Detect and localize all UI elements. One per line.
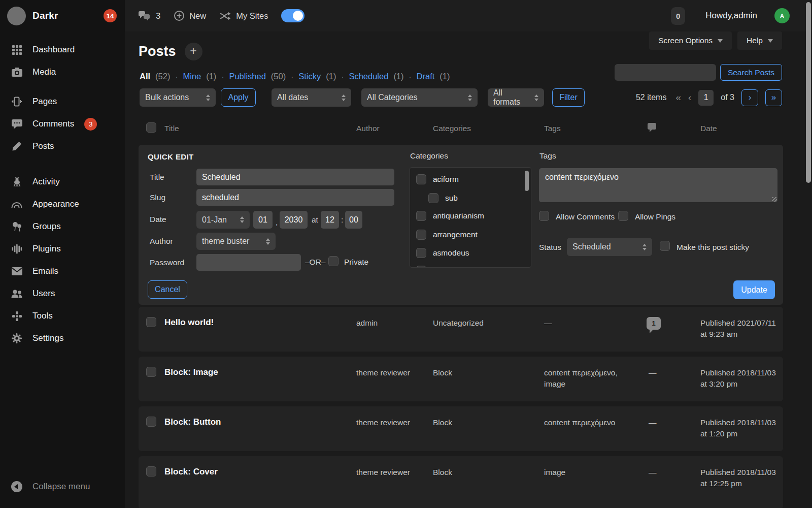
sidebar-item-users[interactable]: Users bbox=[0, 282, 125, 305]
category-item[interactable]: aciform bbox=[416, 174, 459, 184]
row-checkbox[interactable] bbox=[146, 317, 156, 327]
sticky-checkbox[interactable] bbox=[660, 241, 670, 251]
page-scrollbar-thumb[interactable] bbox=[806, 2, 811, 183]
post-author[interactable]: theme reviewer bbox=[356, 467, 410, 478]
sidebar-item-dashboard[interactable]: Dashboard bbox=[0, 39, 125, 61]
filter-link-mine[interactable]: Mine bbox=[183, 72, 201, 81]
user-avatar[interactable]: A bbox=[774, 8, 790, 23]
bulk-actions-select[interactable]: Bulk actions bbox=[140, 88, 216, 107]
title-field[interactable] bbox=[196, 169, 394, 185]
month-select[interactable]: 01-Jan bbox=[196, 211, 250, 229]
row-checkbox[interactable] bbox=[146, 466, 156, 477]
category-checkbox[interactable] bbox=[416, 211, 426, 221]
allow-comments-checkbox[interactable] bbox=[539, 211, 549, 221]
howdy-greeting[interactable]: Howdy,admin bbox=[705, 11, 757, 21]
allow-pings-checkbox[interactable] bbox=[618, 211, 628, 221]
all-formats-select[interactable]: All formats bbox=[488, 88, 544, 107]
filter-button[interactable]: Filter bbox=[552, 88, 585, 107]
author-select[interactable]: theme buster bbox=[196, 233, 276, 250]
sidebar-item-groups[interactable]: Groups bbox=[0, 215, 125, 238]
category-item-partial[interactable] bbox=[416, 266, 426, 268]
search-posts-button[interactable]: Search Posts bbox=[720, 64, 782, 81]
first-page-button[interactable]: « bbox=[675, 92, 681, 103]
category-checkbox[interactable] bbox=[416, 174, 426, 184]
cancel-button[interactable]: Cancel bbox=[148, 280, 187, 299]
post-title-link[interactable]: Block: Cover bbox=[164, 466, 218, 479]
prev-page-button[interactable]: ‹ bbox=[688, 92, 691, 103]
post-title-link[interactable]: Hello world! bbox=[164, 316, 214, 329]
sidebar-item-settings[interactable]: Settings bbox=[0, 327, 125, 350]
post-author[interactable]: admin bbox=[356, 318, 378, 329]
sidebar-item-tools[interactable]: Tools bbox=[0, 305, 125, 327]
category-checkbox[interactable] bbox=[416, 230, 426, 240]
post-categories[interactable]: Block bbox=[433, 367, 452, 378]
collapse-menu-button[interactable]: Collapse menu bbox=[0, 475, 125, 498]
post-tags[interactable]: content περιεχόμενο bbox=[544, 417, 640, 428]
select-all-checkbox[interactable] bbox=[146, 122, 156, 133]
private-checkbox[interactable] bbox=[328, 256, 339, 266]
filter-link-scheduled[interactable]: Scheduled bbox=[349, 72, 388, 81]
listbox-scrollbar-thumb[interactable] bbox=[525, 171, 529, 191]
year-field[interactable] bbox=[280, 211, 308, 229]
sidebar-item-appearance[interactable]: Appearance bbox=[0, 193, 125, 215]
category-item-child[interactable]: sub bbox=[428, 193, 458, 203]
all-categories-select[interactable]: All Categories bbox=[361, 88, 478, 107]
day-field[interactable] bbox=[253, 211, 273, 229]
filter-link-draft[interactable]: Draft bbox=[417, 72, 435, 81]
sidebar-item-plugins[interactable]: Plugins bbox=[0, 238, 125, 260]
filter-link-sticky[interactable]: Sticky bbox=[298, 72, 321, 81]
column-header-title[interactable]: Title bbox=[164, 124, 179, 133]
filter-link-all[interactable]: All bbox=[140, 72, 150, 81]
apply-button[interactable]: Apply bbox=[221, 88, 256, 107]
sidebar-item-emails[interactable]: Emails bbox=[0, 260, 125, 282]
tags-textarea[interactable]: content περιεχόμενο bbox=[539, 168, 777, 202]
topbar-comments-item[interactable]: 3 bbox=[138, 11, 160, 21]
categories-listbox[interactable]: aciform sub antiquarianism arrangement a… bbox=[410, 167, 531, 268]
add-new-post-button[interactable]: + bbox=[185, 43, 202, 60]
status-select[interactable]: Scheduled bbox=[567, 238, 652, 256]
post-author[interactable]: theme reviewer bbox=[356, 367, 410, 378]
category-checkbox[interactable] bbox=[416, 266, 426, 268]
sidebar-item-comments[interactable]: Comments 3 bbox=[0, 113, 125, 135]
post-tags[interactable]: image bbox=[544, 467, 640, 478]
post-title-link[interactable]: Block: Image bbox=[164, 366, 218, 379]
post-categories[interactable]: Block bbox=[433, 417, 452, 428]
sidebar-item-posts[interactable]: Posts bbox=[0, 135, 125, 157]
post-tags[interactable]: content περιεχόμενο, image bbox=[544, 367, 640, 390]
sidebar-item-pages[interactable]: Pages bbox=[0, 90, 125, 113]
minute-field[interactable] bbox=[345, 211, 362, 229]
all-dates-select[interactable]: All dates bbox=[272, 88, 351, 107]
sidebar-item-activity[interactable]: Activity bbox=[0, 171, 125, 193]
post-author[interactable]: theme reviewer bbox=[356, 417, 410, 428]
category-item[interactable]: asmodeus bbox=[416, 248, 469, 258]
last-page-button[interactable]: » bbox=[765, 89, 782, 106]
row-checkbox[interactable] bbox=[146, 417, 156, 427]
screen-options-button[interactable]: Screen Options bbox=[649, 31, 732, 50]
post-categories[interactable]: Uncategorized bbox=[433, 318, 484, 329]
category-checkbox[interactable] bbox=[428, 193, 438, 203]
category-item[interactable]: antiquarianism bbox=[416, 211, 484, 221]
theme-toggle[interactable] bbox=[281, 9, 304, 22]
category-checkbox[interactable] bbox=[416, 248, 426, 258]
notifications-badge[interactable]: 0 bbox=[671, 7, 685, 25]
post-title-link[interactable]: Block: Button bbox=[164, 416, 221, 429]
search-input[interactable] bbox=[615, 64, 716, 81]
next-page-button[interactable]: › bbox=[741, 89, 758, 106]
category-item[interactable]: arrangement bbox=[416, 230, 478, 240]
slug-field[interactable] bbox=[196, 189, 394, 206]
row-checkbox[interactable] bbox=[146, 367, 156, 377]
comments-column-icon[interactable] bbox=[648, 123, 656, 130]
filter-link-published[interactable]: Published bbox=[229, 72, 265, 81]
column-header-date[interactable]: Date bbox=[700, 124, 717, 133]
update-button[interactable]: Update bbox=[733, 280, 775, 299]
hour-field[interactable] bbox=[321, 211, 339, 229]
topbar-brand-area[interactable]: Darkr 14 bbox=[0, 0, 125, 31]
current-page-input[interactable]: 1 bbox=[698, 90, 714, 106]
textarea-resize-handle[interactable] bbox=[772, 197, 777, 202]
my-sites-button[interactable]: My Sites bbox=[219, 11, 268, 21]
help-button[interactable]: Help bbox=[737, 31, 782, 50]
new-button[interactable]: New bbox=[174, 10, 206, 21]
post-categories[interactable]: Block bbox=[433, 467, 452, 478]
comment-count-badge[interactable]: 1 bbox=[647, 317, 661, 330]
password-field[interactable] bbox=[196, 254, 301, 271]
